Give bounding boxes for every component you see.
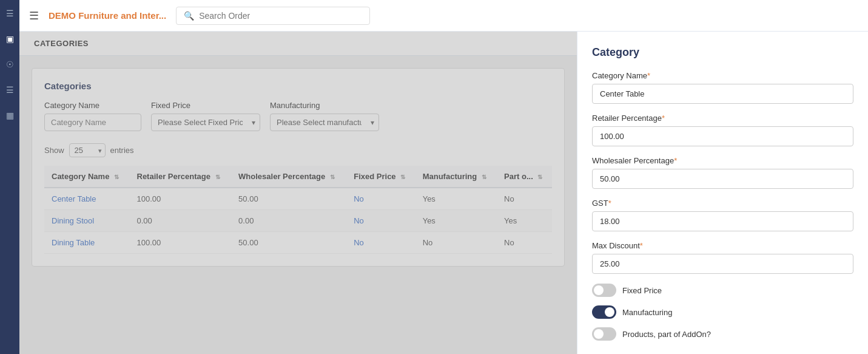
toggle-manufacturing-label: Manufacturing bbox=[622, 308, 672, 317]
toggle-fixed-price-label: Fixed Price bbox=[622, 286, 662, 295]
table-header-row: Category Name ⇅ Retailer Percentage ⇅ Wh… bbox=[44, 166, 552, 188]
form-group-max-discount: Max Discount* bbox=[592, 241, 853, 274]
entries-select[interactable]: 25 10 50 100 bbox=[69, 143, 106, 157]
page-title: CATEGORIES bbox=[19, 32, 577, 56]
toggle-addon-label: Products, part of AddOn? bbox=[622, 330, 711, 339]
sidebar-circle-icon[interactable]: ☉ bbox=[2, 57, 17, 72]
input-max-discount[interactable] bbox=[592, 254, 853, 274]
cell-wholesaler_pct: 0.00 bbox=[231, 210, 346, 232]
search-box[interactable]: 🔍 bbox=[176, 7, 370, 25]
filter-manufacturing-wrapper: Please Select manufacturin... Yes No bbox=[270, 114, 379, 131]
main-panel: CATEGORIES Categories Category Name Fixe… bbox=[19, 32, 577, 354]
cell-category_name[interactable]: Dining Table bbox=[44, 232, 130, 254]
filter-manufacturing-select[interactable]: Please Select manufacturin... Yes No bbox=[270, 114, 379, 131]
form-group-retailer-pct: Retailer Percentage* bbox=[592, 114, 853, 146]
toggle-row-addon: Products, part of AddOn? bbox=[592, 327, 853, 341]
cell-fixed_price[interactable]: No bbox=[346, 188, 415, 210]
cell-wholesaler_pct: 50.00 bbox=[231, 232, 346, 254]
filter-category-input[interactable] bbox=[44, 114, 141, 131]
cell-part_of: No bbox=[497, 232, 552, 254]
entries-label: entries bbox=[110, 146, 134, 155]
toggle-row-fixed-price: Fixed Price bbox=[592, 284, 853, 297]
input-category-name[interactable] bbox=[592, 84, 853, 104]
sort-mfg-icon: ⇅ bbox=[482, 174, 486, 180]
sidebar-home-icon[interactable]: ▣ bbox=[2, 32, 17, 46]
cell-wholesaler_pct: 50.00 bbox=[231, 188, 346, 210]
filter-category-label: Category Name bbox=[44, 101, 141, 110]
search-icon: 🔍 bbox=[184, 11, 194, 21]
filter-manufacturing: Manufacturing Please Select manufacturin… bbox=[270, 101, 379, 131]
table-row: Dining Stool0.000.00NoYesYes bbox=[44, 210, 552, 232]
show-entries-row: Show 25 10 50 100 entries bbox=[44, 143, 552, 157]
filter-manufacturing-label: Manufacturing bbox=[270, 101, 379, 110]
form-group-gst: GST* bbox=[592, 199, 853, 231]
main-wrapper: ☰ DEMO Furniture and Inter... 🔍 CATEGORI… bbox=[19, 0, 868, 354]
toggle-addon[interactable] bbox=[592, 327, 616, 341]
input-retailer-pct[interactable] bbox=[592, 126, 853, 146]
sidebar-grid-icon[interactable]: ▦ bbox=[2, 108, 17, 123]
categories-section: Categories Category Name Fixed Price Ple… bbox=[32, 68, 565, 267]
sidebar-menu-icon[interactable]: ☰ bbox=[2, 6, 17, 21]
toggle-fixed-price-slider bbox=[592, 284, 616, 297]
table-body: Center Table100.0050.00NoYesNoDining Sto… bbox=[44, 188, 552, 254]
panel-title: Category bbox=[592, 46, 853, 59]
sort-retailer-icon: ⇅ bbox=[215, 174, 220, 180]
toggle-row-manufacturing: Manufacturing bbox=[592, 305, 853, 319]
brand-name: DEMO Furniture and Inter... bbox=[49, 10, 166, 21]
hamburger-button[interactable]: ☰ bbox=[29, 9, 39, 22]
sidebar: ☰ ▣ ☉ ☰ ▦ bbox=[0, 0, 19, 354]
label-retailer-pct: Retailer Percentage* bbox=[592, 114, 853, 123]
cell-manufacturing: No bbox=[415, 232, 497, 254]
cell-category_name[interactable]: Dining Stool bbox=[44, 210, 130, 232]
cell-part_of: No bbox=[497, 188, 552, 210]
cell-part_of: Yes bbox=[497, 210, 552, 232]
sidebar-list-icon[interactable]: ☰ bbox=[2, 83, 17, 97]
toggle-addon-slider bbox=[592, 327, 616, 341]
input-wholesaler-pct[interactable] bbox=[592, 169, 853, 189]
table-row: Dining Table100.0050.00NoNoNo bbox=[44, 232, 552, 254]
col-fixed-price[interactable]: Fixed Price ⇅ bbox=[346, 166, 415, 188]
cell-category_name[interactable]: Center Table bbox=[44, 188, 130, 210]
entries-select-wrapper: 25 10 50 100 bbox=[69, 143, 106, 157]
col-category-name[interactable]: Category Name ⇅ bbox=[44, 166, 130, 188]
sort-category-icon: ⇅ bbox=[114, 174, 119, 180]
cell-fixed_price[interactable]: No bbox=[346, 210, 415, 232]
search-input[interactable] bbox=[199, 11, 362, 21]
sort-fixed-icon: ⇅ bbox=[400, 174, 405, 180]
content-body: CATEGORIES Categories Category Name Fixe… bbox=[19, 32, 868, 354]
cell-retailer_pct: 100.00 bbox=[130, 188, 232, 210]
filter-fixed-price-label: Fixed Price bbox=[151, 101, 260, 110]
col-wholesaler-pct[interactable]: Wholesaler Percentage ⇅ bbox=[231, 166, 346, 188]
form-group-category-name: Category Name* bbox=[592, 71, 853, 104]
filter-fixed-price: Fixed Price Please Select Fixed Price Ye… bbox=[151, 101, 260, 131]
right-panel: Category Category Name* Retailer Percent… bbox=[577, 32, 868, 354]
toggle-manufacturing[interactable] bbox=[592, 305, 616, 319]
cell-retailer_pct: 100.00 bbox=[130, 232, 232, 254]
col-part-of[interactable]: Part o... ⇅ bbox=[497, 166, 552, 188]
cell-fixed_price[interactable]: No bbox=[346, 232, 415, 254]
filters-row: Category Name Fixed Price Please Select … bbox=[44, 101, 552, 131]
table-row: Center Table100.0050.00NoYesNo bbox=[44, 188, 552, 210]
label-category-name: Category Name* bbox=[592, 71, 853, 80]
categories-table: Category Name ⇅ Retailer Percentage ⇅ Wh… bbox=[44, 166, 552, 254]
col-retailer-pct[interactable]: Retailer Percentage ⇅ bbox=[130, 166, 232, 188]
col-manufacturing[interactable]: Manufacturing ⇅ bbox=[415, 166, 497, 188]
input-gst[interactable] bbox=[592, 211, 853, 231]
show-label: Show bbox=[44, 146, 64, 155]
cell-retailer_pct: 0.00 bbox=[130, 210, 232, 232]
topnav: ☰ DEMO Furniture and Inter... 🔍 bbox=[19, 0, 868, 32]
sort-wholesaler-icon: ⇅ bbox=[330, 174, 335, 180]
label-gst: GST* bbox=[592, 199, 853, 208]
form-group-wholesaler-pct: Wholesaler Percentage* bbox=[592, 156, 853, 189]
toggle-fixed-price[interactable] bbox=[592, 284, 616, 297]
filter-category-name: Category Name bbox=[44, 101, 141, 131]
toggle-manufacturing-slider bbox=[592, 305, 616, 319]
filter-fixed-price-select[interactable]: Please Select Fixed Price Yes No bbox=[151, 114, 260, 131]
label-wholesaler-pct: Wholesaler Percentage* bbox=[592, 156, 853, 165]
label-max-discount: Max Discount* bbox=[592, 241, 853, 250]
cell-manufacturing: Yes bbox=[415, 210, 497, 232]
section-title: Categories bbox=[44, 81, 552, 91]
filter-fixed-price-wrapper: Please Select Fixed Price Yes No bbox=[151, 114, 260, 131]
cell-manufacturing: Yes bbox=[415, 188, 497, 210]
sort-part-icon: ⇅ bbox=[537, 174, 542, 180]
